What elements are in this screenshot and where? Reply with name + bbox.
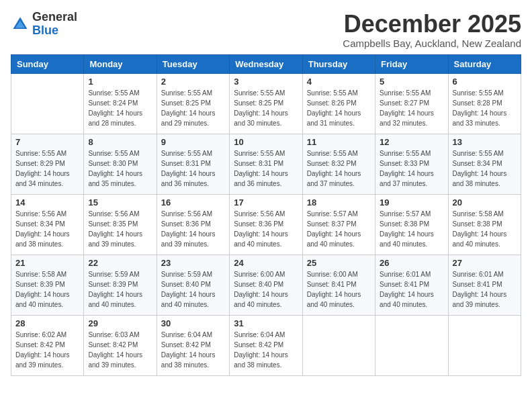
day-info: Sunrise: 5:55 AMSunset: 8:34 PMDaylight:…	[453, 148, 517, 189]
day-info: Sunrise: 5:58 AMSunset: 8:38 PMDaylight:…	[453, 209, 517, 249]
title-block: December 2025 Campbells Bay, Auckland, N…	[343, 11, 521, 49]
day-number: 31	[234, 318, 298, 328]
day-number: 10	[234, 137, 298, 147]
calendar-cell	[448, 315, 521, 375]
calendar-cell: 9 Sunrise: 5:55 AMSunset: 8:31 PMDayligh…	[157, 134, 229, 194]
calendar-cell: 28 Sunrise: 6:02 AMSunset: 8:42 PMDaylig…	[11, 315, 84, 375]
day-number: 25	[307, 258, 371, 268]
location: Campbells Bay, Auckland, New Zealand	[343, 38, 521, 49]
day-header-wednesday: Wednesday	[230, 54, 302, 73]
day-info: Sunrise: 5:58 AMSunset: 8:39 PMDaylight:…	[15, 269, 79, 310]
calendar-header-row: SundayMondayTuesdayWednesdayThursdayFrid…	[11, 54, 521, 73]
day-number: 9	[161, 137, 225, 147]
calendar-cell: 19 Sunrise: 5:57 AMSunset: 8:38 PMDaylig…	[375, 194, 448, 255]
calendar-cell: 8 Sunrise: 5:55 AMSunset: 8:30 PMDayligh…	[84, 134, 157, 194]
day-number: 11	[307, 137, 371, 147]
day-number: 24	[234, 258, 298, 268]
calendar-table: SundayMondayTuesdayWednesdayThursdayFrid…	[11, 54, 521, 376]
day-number: 6	[453, 77, 517, 87]
day-header-friday: Friday	[375, 54, 448, 73]
day-info: Sunrise: 6:04 AMSunset: 8:42 PMDaylight:…	[161, 330, 225, 370]
day-info: Sunrise: 5:57 AMSunset: 8:37 PMDaylight:…	[307, 209, 371, 249]
day-info: Sunrise: 5:57 AMSunset: 8:38 PMDaylight:…	[380, 209, 443, 249]
day-number: 3	[234, 77, 298, 87]
day-header-sunday: Sunday	[11, 54, 84, 73]
logo-text: General Blue	[32, 11, 77, 38]
day-number: 27	[453, 258, 517, 268]
day-header-monday: Monday	[84, 54, 157, 73]
day-info: Sunrise: 5:55 AMSunset: 8:27 PMDaylight:…	[380, 88, 443, 128]
calendar-cell: 14 Sunrise: 5:56 AMSunset: 8:34 PMDaylig…	[11, 194, 84, 255]
day-number: 17	[234, 197, 298, 208]
logo-blue: Blue	[32, 24, 77, 38]
day-info: Sunrise: 6:02 AMSunset: 8:42 PMDaylight:…	[15, 330, 79, 370]
day-info: Sunrise: 5:55 AMSunset: 8:30 PMDaylight:…	[88, 148, 152, 189]
day-info: Sunrise: 5:56 AMSunset: 8:35 PMDaylight:…	[88, 209, 152, 249]
calendar-cell: 25 Sunrise: 6:00 AMSunset: 8:41 PMDaylig…	[302, 255, 375, 315]
day-info: Sunrise: 5:55 AMSunset: 8:25 PMDaylight:…	[161, 88, 225, 128]
calendar-week-1: 1 Sunrise: 5:55 AMSunset: 8:24 PMDayligh…	[11, 73, 521, 134]
day-number: 23	[161, 258, 225, 268]
day-number: 7	[15, 137, 79, 147]
day-info: Sunrise: 6:03 AMSunset: 8:42 PMDaylight:…	[88, 330, 152, 370]
logo-icon	[11, 15, 30, 34]
day-number: 2	[161, 77, 225, 87]
day-info: Sunrise: 5:55 AMSunset: 8:29 PMDaylight:…	[15, 148, 79, 189]
calendar-cell: 30 Sunrise: 6:04 AMSunset: 8:42 PMDaylig…	[157, 315, 229, 375]
day-number: 22	[88, 258, 152, 268]
day-info: Sunrise: 5:59 AMSunset: 8:39 PMDaylight:…	[88, 269, 152, 310]
day-info: Sunrise: 5:55 AMSunset: 8:26 PMDaylight:…	[307, 88, 371, 128]
day-info: Sunrise: 5:56 AMSunset: 8:36 PMDaylight:…	[161, 209, 225, 249]
calendar-cell	[11, 73, 84, 134]
day-info: Sunrise: 5:55 AMSunset: 8:24 PMDaylight:…	[88, 88, 152, 128]
day-number: 26	[380, 258, 443, 268]
calendar-cell: 4 Sunrise: 5:55 AMSunset: 8:26 PMDayligh…	[302, 73, 375, 134]
day-info: Sunrise: 6:00 AMSunset: 8:41 PMDaylight:…	[307, 269, 371, 310]
calendar-cell: 21 Sunrise: 5:58 AMSunset: 8:39 PMDaylig…	[11, 255, 84, 315]
day-number: 8	[88, 137, 152, 147]
day-number: 14	[15, 197, 79, 208]
day-number: 4	[307, 77, 371, 87]
calendar-cell: 24 Sunrise: 6:00 AMSunset: 8:40 PMDaylig…	[230, 255, 302, 315]
day-number: 18	[307, 197, 371, 208]
day-info: Sunrise: 5:55 AMSunset: 8:32 PMDaylight:…	[307, 148, 371, 189]
day-header-thursday: Thursday	[302, 54, 375, 73]
calendar-cell: 1 Sunrise: 5:55 AMSunset: 8:24 PMDayligh…	[84, 73, 157, 134]
calendar-cell: 18 Sunrise: 5:57 AMSunset: 8:37 PMDaylig…	[302, 194, 375, 255]
day-info: Sunrise: 5:55 AMSunset: 8:33 PMDaylight:…	[380, 148, 443, 189]
logo: General Blue	[11, 11, 77, 38]
calendar-cell: 2 Sunrise: 5:55 AMSunset: 8:25 PMDayligh…	[157, 73, 229, 134]
month-title: December 2025	[343, 11, 521, 38]
day-number: 5	[380, 77, 443, 87]
calendar-week-5: 28 Sunrise: 6:02 AMSunset: 8:42 PMDaylig…	[11, 315, 521, 375]
page-header: General Blue December 2025 Campbells Bay…	[11, 11, 521, 49]
day-header-saturday: Saturday	[448, 54, 521, 73]
calendar-cell: 10 Sunrise: 5:55 AMSunset: 8:31 PMDaylig…	[230, 134, 302, 194]
calendar-cell: 23 Sunrise: 5:59 AMSunset: 8:40 PMDaylig…	[157, 255, 229, 315]
calendar-cell: 31 Sunrise: 6:04 AMSunset: 8:42 PMDaylig…	[230, 315, 302, 375]
day-info: Sunrise: 5:56 AMSunset: 8:36 PMDaylight:…	[234, 209, 298, 249]
day-number: 13	[453, 137, 517, 147]
day-info: Sunrise: 5:55 AMSunset: 8:31 PMDaylight:…	[234, 148, 298, 189]
calendar-cell	[302, 315, 375, 375]
day-info: Sunrise: 6:01 AMSunset: 8:41 PMDaylight:…	[453, 269, 517, 310]
day-number: 20	[453, 197, 517, 208]
calendar-week-2: 7 Sunrise: 5:55 AMSunset: 8:29 PMDayligh…	[11, 134, 521, 194]
day-info: Sunrise: 6:04 AMSunset: 8:42 PMDaylight:…	[234, 330, 298, 370]
day-info: Sunrise: 5:55 AMSunset: 8:31 PMDaylight:…	[161, 148, 225, 189]
calendar-cell: 3 Sunrise: 5:55 AMSunset: 8:25 PMDayligh…	[230, 73, 302, 134]
day-info: Sunrise: 5:59 AMSunset: 8:40 PMDaylight:…	[161, 269, 225, 310]
day-number: 1	[88, 77, 152, 87]
calendar-cell: 17 Sunrise: 5:56 AMSunset: 8:36 PMDaylig…	[230, 194, 302, 255]
day-number: 12	[380, 137, 443, 147]
calendar-cell: 26 Sunrise: 6:01 AMSunset: 8:41 PMDaylig…	[375, 255, 448, 315]
calendar-week-3: 14 Sunrise: 5:56 AMSunset: 8:34 PMDaylig…	[11, 194, 521, 255]
calendar-cell	[375, 315, 448, 375]
calendar-cell: 20 Sunrise: 5:58 AMSunset: 8:38 PMDaylig…	[448, 194, 521, 255]
day-info: Sunrise: 5:56 AMSunset: 8:34 PMDaylight:…	[15, 209, 79, 249]
calendar-cell: 15 Sunrise: 5:56 AMSunset: 8:35 PMDaylig…	[84, 194, 157, 255]
day-info: Sunrise: 5:55 AMSunset: 8:28 PMDaylight:…	[453, 88, 517, 128]
calendar-cell: 7 Sunrise: 5:55 AMSunset: 8:29 PMDayligh…	[11, 134, 84, 194]
calendar-cell: 22 Sunrise: 5:59 AMSunset: 8:39 PMDaylig…	[84, 255, 157, 315]
day-info: Sunrise: 6:01 AMSunset: 8:41 PMDaylight:…	[380, 269, 443, 310]
